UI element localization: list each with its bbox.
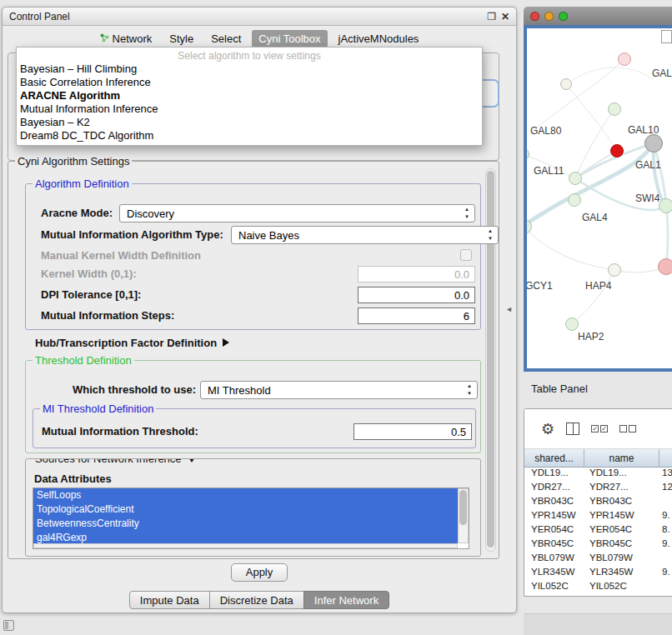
bottom-tab-discretize-data[interactable]: Discretize Data [209, 591, 304, 609]
table-row[interactable]: YBL079WYBL079W [524, 552, 672, 567]
aracne-mode-value: Discovery [127, 208, 174, 220]
network-node[interactable] [608, 102, 621, 116]
data-attribute-item[interactable]: SelfLoops [33, 488, 458, 502]
manual-kernel-checkbox[interactable] [460, 249, 472, 261]
aracne-mode-select[interactable]: Discovery ▲▼ [119, 204, 475, 222]
kernel-width-label: Kernel Width (0,1): [41, 266, 137, 282]
sources-group-title[interactable]: Sources for Network Inference [33, 458, 198, 465]
close-panel-icon[interactable]: ✕ [501, 11, 509, 22]
data-attribute-item[interactable]: BetweennessCentrality [33, 517, 458, 531]
column-header-shared[interactable]: shared... [524, 449, 584, 467]
table-row[interactable]: YDR27...YDR27...12 [524, 482, 672, 496]
dpi-tolerance-field[interactable]: 0.0 [358, 287, 475, 303]
network-node-label: GCY1 [527, 280, 553, 292]
table-panel-title: Table Panel [531, 382, 588, 395]
select-all-icon[interactable]: ✓ ✓ [591, 425, 608, 432]
table-cell: YIL052C [584, 581, 659, 595]
network-tab-icon [100, 32, 109, 45]
close-traffic-light-icon[interactable] [530, 12, 539, 21]
table-row[interactable]: YIL052CYIL052C [524, 581, 672, 595]
network-node[interactable] [618, 52, 631, 66]
mi-threshold-group: MI Threshold Definition Mutual Informati… [33, 408, 476, 448]
bottom-tab-bar: Impute DataDiscretize DataInfer Network [3, 591, 516, 609]
bottom-tab-impute-data[interactable]: Impute Data [129, 591, 210, 609]
column-header-name[interactable]: name [584, 449, 659, 467]
data-attributes-label: Data Attributes [34, 471, 112, 488]
network-node[interactable] [659, 198, 672, 213]
mi-type-value: Naive Bayes [238, 229, 299, 242]
table-toolbar: ⚙ ✓ ✓ [524, 409, 672, 449]
attributes-hscrollbar[interactable] [33, 543, 458, 548]
table-cell: YBR043C [584, 496, 659, 510]
bottom-tab-infer-network[interactable]: Infer Network [303, 591, 389, 609]
network-node[interactable] [658, 258, 672, 275]
dpi-tolerance-label: DPI Tolerance [0,1]: [41, 287, 141, 303]
tab-jactivemnodules[interactable]: jActiveMNodules [332, 30, 426, 48]
table-cell: YDL19... [584, 468, 659, 482]
gear-icon[interactable]: ⚙ [541, 422, 554, 437]
table-panel-window: ⚙ ✓ ✓ shared... name YDL19...YDL19...13Y… [524, 408, 672, 597]
hub-tf-label: Hub/Transcription Factor Definition [35, 337, 217, 349]
which-threshold-label: Which threshold to use: [73, 382, 196, 398]
zoom-traffic-light-icon[interactable] [559, 12, 568, 21]
algorithm-menu-item[interactable]: Mutual Information Inference [17, 102, 482, 116]
algorithm-menu-item[interactable]: ARACNE Algorithm [17, 89, 482, 102]
panel-toggle-icon[interactable] [3, 620, 14, 631]
column-selector-icon[interactable] [566, 422, 579, 435]
network-node[interactable] [608, 263, 621, 277]
network-canvas[interactable]: GALGAL80GAL10GAL1GAL11SWI4GAL4GCY1HAP4HA… [527, 28, 672, 368]
threshold-definition-group: Threshold Definition Which threshold to … [25, 360, 481, 453]
network-node[interactable] [568, 193, 581, 207]
table-row[interactable]: YLR345WYLR345W9. [524, 567, 672, 581]
network-node-label: GAL4 [582, 212, 608, 223]
table-cell: 12 [659, 482, 672, 496]
mi-threshold-label: Mutual Information Threshold: [42, 423, 198, 440]
hub-tf-section[interactable]: Hub/Transcription Factor Definition [35, 335, 229, 352]
algorithm-menu-placeholder: Select algorithm to view settings [17, 48, 482, 62]
mi-threshold-field[interactable]: 0.5 [354, 423, 472, 440]
mi-steps-field[interactable]: 6 [358, 308, 475, 324]
network-node[interactable] [644, 134, 663, 152]
network-node-label: SWI4 [635, 192, 659, 204]
app-stage: Control Panel ❐ ✕ NetworkStyleSelectCyni… [0, 0, 672, 635]
tab-style[interactable]: Style [163, 30, 200, 48]
table-cell: YLR345W [584, 567, 659, 581]
network-node-label: GAL [652, 68, 672, 79]
column-header-extra[interactable] [659, 449, 672, 467]
tab-cyni-toolbox[interactable]: Cyni Toolbox [252, 30, 327, 48]
table-cell: YLR345W [524, 567, 584, 581]
which-threshold-select[interactable]: MI Threshold ▲▼ [200, 381, 478, 399]
network-node-label: GAL1 [635, 159, 661, 171]
tab-label: Network [113, 32, 153, 45]
manual-kernel-label: Manual Kernel Width Definition [41, 248, 201, 264]
minimize-traffic-light-icon[interactable] [544, 12, 554, 21]
algorithm-menu-item[interactable]: Bayesian – K2 [17, 116, 482, 129]
tab-network[interactable]: Network [93, 30, 159, 48]
deselect-all-icon[interactable] [619, 425, 636, 432]
network-node[interactable] [565, 318, 579, 331]
network-node[interactable] [569, 172, 582, 185]
aracne-mode-label: Aracne Mode: [41, 205, 113, 222]
splitter-handle-icon[interactable]: ◄ [505, 305, 513, 313]
table-cell: 13 [659, 468, 672, 482]
attributes-scrollbar-thumb[interactable] [459, 490, 467, 525]
table-row[interactable]: YBR043CYBR043C [524, 496, 672, 510]
algorithm-menu-item[interactable]: Bayesian – Hill Climbing [17, 62, 482, 76]
tab-select[interactable]: Select [204, 30, 248, 48]
float-window-icon[interactable]: ❐ [487, 11, 496, 22]
table-row[interactable]: YDL19...YDL19...13 [524, 468, 672, 482]
apply-button[interactable]: Apply [231, 563, 288, 582]
which-threshold-value: MI Threshold [208, 384, 271, 397]
algorithm-menu-item[interactable]: Basic Correlation Inference [17, 76, 482, 89]
algorithm-menu-item[interactable]: Dream8 DC_TDC Algorithm [17, 129, 482, 142]
table-row[interactable]: YPR145WYPR145W9. [524, 510, 672, 524]
combo-stepper-icon: ▲▼ [464, 382, 475, 398]
attributes-scrollbar[interactable] [458, 488, 469, 543]
mi-type-select[interactable]: Naive Bayes ▲▼ [231, 226, 499, 244]
table-row[interactable]: YBR045CYBR045C9. [524, 538, 672, 552]
kernel-width-field[interactable]: 0.0 [358, 266, 475, 282]
table-row[interactable]: YER054CYER054C8. [524, 524, 672, 538]
network-node[interactable] [610, 144, 624, 158]
network-node[interactable] [560, 78, 572, 90]
data-attribute-item[interactable]: TopologicalCoefficient [33, 502, 458, 517]
